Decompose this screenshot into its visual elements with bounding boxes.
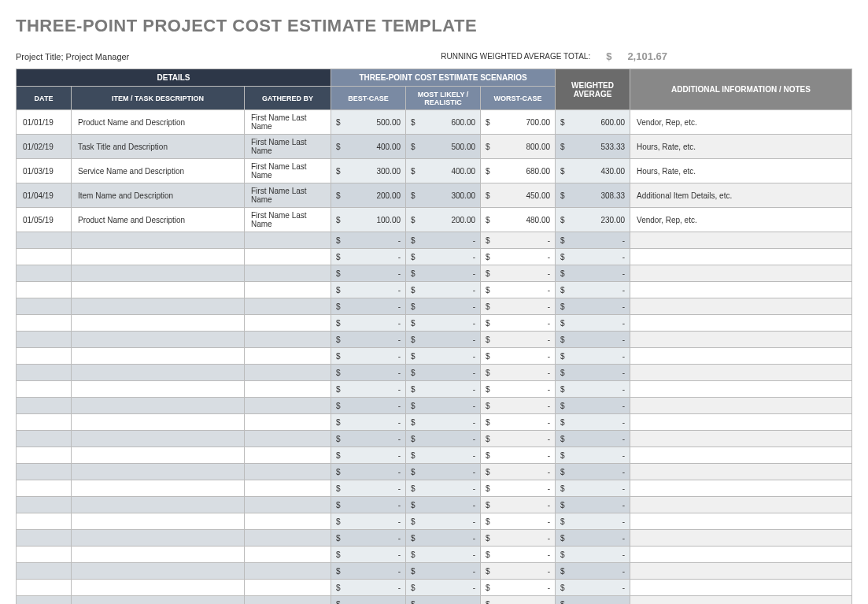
item-cell[interactable] [72, 265, 245, 282]
date-cell[interactable] [17, 332, 72, 348]
worst-cell[interactable]: $- [481, 513, 556, 530]
item-cell[interactable] [72, 332, 245, 348]
worst-cell[interactable]: $- [481, 381, 556, 398]
notes-cell[interactable] [630, 547, 852, 563]
best-cell[interactable]: $- [331, 249, 406, 265]
weighted-cell[interactable]: $- [556, 464, 630, 480]
gathered-cell[interactable] [245, 282, 331, 298]
date-cell[interactable] [17, 298, 72, 315]
item-cell[interactable] [72, 315, 245, 332]
likely-cell[interactable]: $- [406, 596, 481, 605]
gathered-cell[interactable] [245, 497, 331, 513]
notes-cell[interactable] [630, 381, 852, 398]
worst-cell[interactable]: $- [481, 596, 556, 605]
gathered-cell[interactable] [245, 464, 331, 480]
weighted-cell[interactable]: $533.33 [556, 135, 630, 159]
notes-cell[interactable] [630, 265, 852, 282]
gathered-cell[interactable] [245, 580, 331, 596]
notes-cell[interactable] [630, 480, 852, 497]
item-cell[interactable] [72, 547, 245, 563]
gathered-cell[interactable] [245, 398, 331, 414]
date-cell[interactable]: 01/05/19 [17, 208, 72, 232]
gathered-cell[interactable] [245, 431, 331, 447]
best-cell[interactable]: $- [331, 348, 406, 365]
item-cell[interactable] [72, 497, 245, 513]
gathered-cell[interactable] [245, 414, 331, 431]
notes-cell[interactable] [630, 513, 852, 530]
weighted-cell[interactable]: $- [556, 513, 630, 530]
weighted-cell[interactable]: $- [556, 249, 630, 265]
worst-cell[interactable]: $- [481, 547, 556, 563]
worst-cell[interactable]: $- [481, 447, 556, 464]
likely-cell[interactable]: $200.00 [406, 208, 481, 232]
likely-cell[interactable]: $- [406, 332, 481, 348]
date-cell[interactable] [17, 563, 72, 580]
worst-cell[interactable]: $800.00 [481, 135, 556, 159]
date-cell[interactable]: 01/03/19 [17, 159, 72, 183]
notes-cell[interactable] [630, 232, 852, 249]
best-cell[interactable]: $- [331, 431, 406, 447]
likely-cell[interactable]: $- [406, 431, 481, 447]
date-cell[interactable] [17, 596, 72, 605]
likely-cell[interactable]: $- [406, 563, 481, 580]
best-cell[interactable]: $- [331, 596, 406, 605]
weighted-cell[interactable]: $- [556, 365, 630, 381]
best-cell[interactable]: $- [331, 332, 406, 348]
likely-cell[interactable]: $- [406, 365, 481, 381]
best-cell[interactable]: $- [331, 580, 406, 596]
date-cell[interactable] [17, 464, 72, 480]
gathered-cell[interactable] [245, 315, 331, 332]
notes-cell[interactable]: Vendor, Rep, etc. [630, 208, 852, 232]
gathered-cell[interactable] [245, 298, 331, 315]
likely-cell[interactable]: $- [406, 265, 481, 282]
notes-cell[interactable] [630, 580, 852, 596]
notes-cell[interactable] [630, 398, 852, 414]
worst-cell[interactable]: $700.00 [481, 110, 556, 135]
weighted-cell[interactable]: $230.00 [556, 208, 630, 232]
likely-cell[interactable]: $- [406, 315, 481, 332]
date-cell[interactable] [17, 232, 72, 249]
date-cell[interactable] [17, 265, 72, 282]
date-cell[interactable]: 01/04/19 [17, 183, 72, 208]
worst-cell[interactable]: $- [481, 431, 556, 447]
date-cell[interactable]: 01/02/19 [17, 135, 72, 159]
weighted-cell[interactable]: $- [556, 298, 630, 315]
likely-cell[interactable]: $300.00 [406, 183, 481, 208]
item-cell[interactable] [72, 447, 245, 464]
worst-cell[interactable]: $- [481, 348, 556, 365]
gathered-cell[interactable] [245, 381, 331, 398]
best-cell[interactable]: $200.00 [331, 183, 406, 208]
best-cell[interactable]: $- [331, 265, 406, 282]
item-cell[interactable] [72, 282, 245, 298]
item-cell[interactable]: Service Name and Description [72, 159, 245, 183]
best-cell[interactable]: $- [331, 513, 406, 530]
notes-cell[interactable]: Hours, Rate, etc. [630, 159, 852, 183]
date-cell[interactable] [17, 580, 72, 596]
weighted-cell[interactable]: $- [556, 315, 630, 332]
weighted-cell[interactable]: $- [556, 414, 630, 431]
weighted-cell[interactable]: $- [556, 398, 630, 414]
worst-cell[interactable]: $680.00 [481, 159, 556, 183]
likely-cell[interactable]: $- [406, 232, 481, 249]
likely-cell[interactable]: $- [406, 398, 481, 414]
likely-cell[interactable]: $- [406, 464, 481, 480]
best-cell[interactable]: $- [331, 315, 406, 332]
date-cell[interactable] [17, 315, 72, 332]
item-cell[interactable] [72, 232, 245, 249]
notes-cell[interactable] [630, 414, 852, 431]
best-cell[interactable]: $400.00 [331, 135, 406, 159]
best-cell[interactable]: $500.00 [331, 110, 406, 135]
gathered-cell[interactable] [245, 547, 331, 563]
weighted-cell[interactable]: $- [556, 480, 630, 497]
item-cell[interactable] [72, 414, 245, 431]
notes-cell[interactable] [630, 497, 852, 513]
item-cell[interactable] [72, 530, 245, 547]
item-cell[interactable] [72, 480, 245, 497]
likely-cell[interactable]: $- [406, 513, 481, 530]
weighted-cell[interactable]: $308.33 [556, 183, 630, 208]
gathered-cell[interactable] [245, 447, 331, 464]
best-cell[interactable]: $- [331, 232, 406, 249]
weighted-cell[interactable]: $- [556, 232, 630, 249]
item-cell[interactable]: Product Name and Description [72, 208, 245, 232]
notes-cell[interactable]: Additional Item Details, etc. [630, 183, 852, 208]
